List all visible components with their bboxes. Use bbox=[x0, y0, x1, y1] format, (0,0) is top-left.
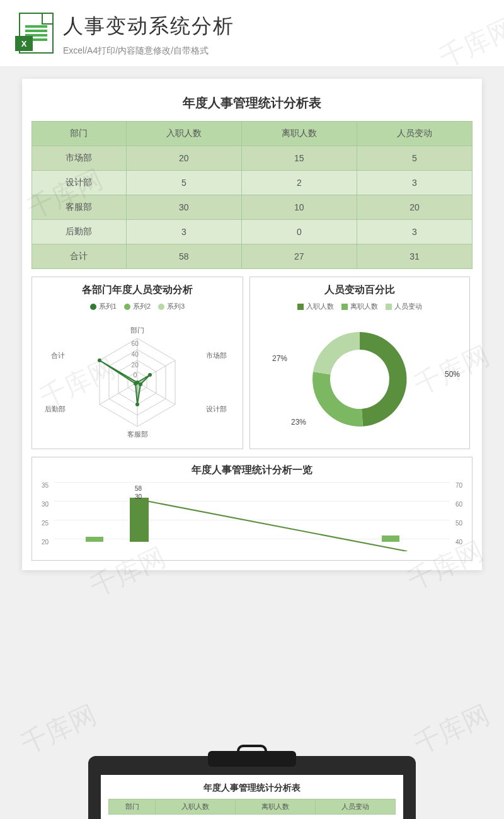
main-sheet: 年度人事管理统计分析表 部门 入职人数 离职人数 人员变动 市场部20155 设… bbox=[22, 79, 482, 570]
page-subtitle: Excel/A4打印/内容随意修改/自带格式 bbox=[63, 45, 234, 57]
svg-point-13 bbox=[139, 382, 142, 386]
radar-chart: 部门 市场部 设计部 客服部 后勤部 合计 0 20 40 60 bbox=[38, 316, 236, 442]
svg-point-14 bbox=[135, 403, 139, 406]
radar-chart-title: 各部门年度人员变动分析 bbox=[38, 284, 236, 297]
table-row: 设计部523 bbox=[32, 171, 472, 195]
page-title: 人事变动系统分析 bbox=[63, 13, 234, 40]
donut-legend: 入职人数 离职人数 人员变动 bbox=[256, 302, 463, 311]
donut-chart: 50% 23% 27% bbox=[256, 316, 463, 442]
col-out: 离职人数 bbox=[241, 122, 357, 146]
svg-marker-10 bbox=[100, 360, 150, 404]
watermark: 千库网 bbox=[408, 697, 495, 762]
radar-legend: 系列1 系列2 系列3 bbox=[38, 302, 236, 311]
sheet-title: 年度人事管理统计分析表 bbox=[32, 88, 472, 121]
table-row: 客服部301020 bbox=[32, 195, 472, 220]
table-row: 市场部20155 bbox=[32, 146, 472, 171]
donut-chart-box: 人员变动百分比 入职人数 离职人数 人员变动 50% 23% 27% bbox=[249, 277, 470, 449]
clipboard-preview: 年度人事管理统计分析表 部门 入职人数 离职人数 人员变动 bbox=[88, 756, 416, 819]
table-header-row: 部门 入职人数 离职人数 人员变动 bbox=[32, 122, 472, 146]
hr-table: 部门 入职人数 离职人数 人员变动 市场部20155 设计部523 客服部301… bbox=[32, 121, 472, 269]
svg-line-17 bbox=[139, 500, 407, 551]
bar-chart-box: 年度人事管理统计分析一览 35 30 25 20 70 60 50 40 58 … bbox=[32, 457, 472, 561]
excel-icon: X bbox=[19, 13, 54, 54]
bar-chart-title: 年度人事管理统计分析一览 bbox=[38, 464, 466, 477]
col-change: 人员变动 bbox=[357, 122, 472, 146]
clipboard-clip-icon bbox=[208, 751, 296, 767]
col-in: 入职人数 bbox=[126, 122, 241, 146]
donut-chart-title: 人员变动百分比 bbox=[256, 284, 463, 297]
clipboard-table: 部门 入职人数 离职人数 人员变动 bbox=[108, 799, 396, 815]
col-dept: 部门 bbox=[32, 122, 127, 146]
svg-point-16 bbox=[98, 358, 101, 362]
page-header: X 人事变动系统分析 Excel/A4打印/内容随意修改/自带格式 bbox=[0, 0, 504, 66]
clipboard-title: 年度人事管理统计分析表 bbox=[108, 782, 396, 794]
table-row-total: 合计582731 bbox=[32, 244, 472, 269]
table-row: 后勤部303 bbox=[32, 220, 472, 244]
svg-point-12 bbox=[148, 373, 152, 377]
svg-point-15 bbox=[134, 382, 137, 386]
radar-chart-box: 各部门年度人员变动分析 系列1 系列2 系列3 bbox=[32, 277, 243, 449]
watermark: 千库网 bbox=[15, 697, 102, 762]
